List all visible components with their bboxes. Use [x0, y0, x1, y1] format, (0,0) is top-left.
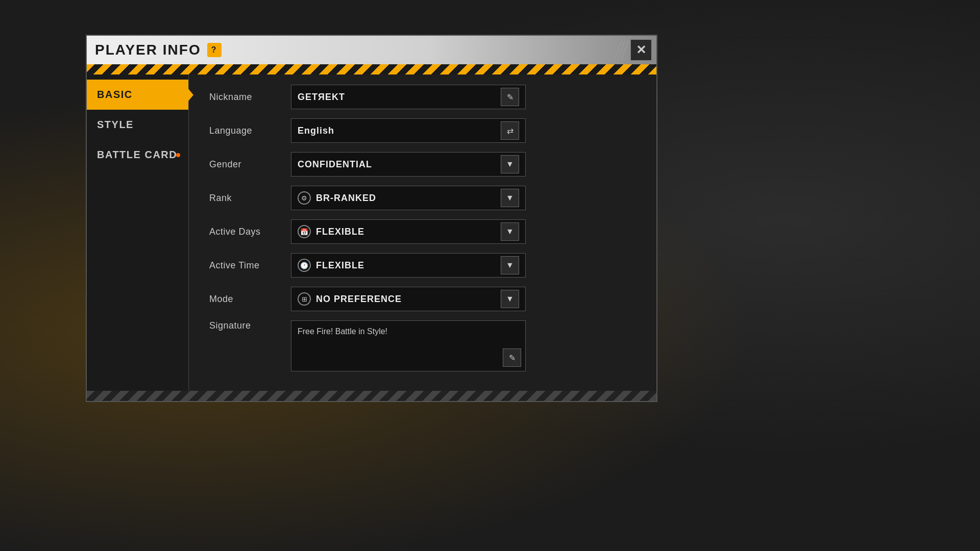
signature-edit-button[interactable]: ✎: [503, 348, 521, 367]
modal-title: PLAYER INFO: [95, 42, 201, 58]
active-time-dropdown[interactable]: 🕐 FLEXIBLE ▼: [291, 253, 526, 278]
language-value: English: [298, 126, 334, 136]
gender-dropdown-arrow: ▼: [501, 155, 519, 173]
language-row: Language English ⇄: [209, 118, 636, 143]
nickname-label: Nickname: [209, 92, 291, 103]
nickname-control: GETЯEKT ✎: [291, 85, 526, 109]
rank-icon: ⚙: [298, 191, 311, 205]
active-time-icon: 🕐: [298, 259, 311, 272]
language-swap-button[interactable]: ⇄: [501, 121, 519, 140]
mode-dropdown[interactable]: ⊞ NO PREFERENCE ▼: [291, 287, 526, 311]
modal-title-group: PLAYER INFO ?: [95, 42, 222, 58]
header-decoration: [617, 36, 626, 64]
mode-row: Mode ⊞ NO PREFERENCE ▼: [209, 287, 636, 311]
close-button[interactable]: ✕: [630, 39, 652, 61]
active-time-label: Active Time: [209, 260, 291, 271]
sidebar: BASIC STYLE BATTLE CARD: [87, 74, 189, 391]
nickname-edit-button[interactable]: ✎: [501, 88, 519, 106]
rank-control: ⚙ BR-RANKED ▼: [291, 186, 526, 210]
active-days-dropdown[interactable]: 📅 FLEXIBLE ▼: [291, 219, 526, 244]
language-input-box: English ⇄: [291, 118, 526, 143]
help-icon[interactable]: ?: [207, 43, 222, 57]
mode-value: NO PREFERENCE: [316, 294, 402, 305]
active-time-control: 🕐 FLEXIBLE ▼: [291, 253, 526, 278]
nickname-input-box: GETЯEKT ✎: [291, 85, 526, 109]
signature-control: Free Fire! Battle in Style! ✎: [291, 320, 526, 371]
rank-dropdown-arrow: ▼: [501, 189, 519, 207]
nickname-value: GETЯEKT: [298, 92, 345, 103]
active-days-dropdown-arrow: ▼: [501, 222, 519, 241]
rank-row: Rank ⚙ BR-RANKED ▼: [209, 186, 636, 210]
gender-value: CONFIDENTIAL: [298, 159, 372, 170]
notification-dot: [176, 153, 180, 157]
active-days-icon: 📅: [298, 225, 311, 238]
rank-dropdown[interactable]: ⚙ BR-RANKED ▼: [291, 186, 526, 210]
mode-dropdown-arrow: ▼: [501, 290, 519, 308]
mode-control: ⊞ NO PREFERENCE ▼: [291, 287, 526, 311]
language-control: English ⇄: [291, 118, 526, 143]
stripe-border-top: [87, 64, 656, 74]
nickname-row: Nickname GETЯEKT ✎: [209, 85, 636, 109]
signature-row: Signature Free Fire! Battle in Style! ✎: [209, 320, 636, 371]
rank-dropdown-left: ⚙ BR-RANKED: [298, 191, 376, 205]
active-time-row: Active Time 🕐 FLEXIBLE ▼: [209, 253, 636, 278]
stripe-border-bottom: [87, 391, 656, 401]
active-days-row: Active Days 📅 FLEXIBLE ▼: [209, 219, 636, 244]
signature-label: Signature: [209, 320, 291, 331]
gender-dropdown-left: CONFIDENTIAL: [298, 159, 372, 170]
modal-body: BASIC STYLE BATTLE CARD Nickname GETЯEKT…: [87, 74, 656, 391]
active-days-value: FLEXIBLE: [316, 227, 364, 237]
rank-label: Rank: [209, 193, 291, 204]
active-days-control: 📅 FLEXIBLE ▼: [291, 219, 526, 244]
gender-label: Gender: [209, 159, 291, 170]
signature-box: Free Fire! Battle in Style! ✎: [291, 320, 526, 371]
active-time-dropdown-arrow: ▼: [501, 256, 519, 274]
mode-icon: ⊞: [298, 292, 311, 306]
active-days-label: Active Days: [209, 227, 291, 237]
gender-row: Gender CONFIDENTIAL ▼: [209, 152, 636, 177]
player-info-modal: PLAYER INFO ? ✕ BASIC STYLE BATTLE CARD: [86, 35, 657, 402]
sidebar-item-basic[interactable]: BASIC: [87, 80, 188, 110]
mode-dropdown-left: ⊞ NO PREFERENCE: [298, 292, 402, 306]
active-time-value: FLEXIBLE: [316, 260, 364, 271]
signature-value: Free Fire! Battle in Style!: [298, 327, 387, 336]
active-time-dropdown-left: 🕐 FLEXIBLE: [298, 259, 364, 272]
modal-header: PLAYER INFO ? ✕: [87, 36, 656, 64]
sidebar-item-style[interactable]: STYLE: [87, 110, 188, 140]
language-label: Language: [209, 126, 291, 136]
mode-label: Mode: [209, 294, 291, 305]
gender-dropdown[interactable]: CONFIDENTIAL ▼: [291, 152, 526, 177]
active-days-dropdown-left: 📅 FLEXIBLE: [298, 225, 364, 238]
sidebar-item-battle-card[interactable]: BATTLE CARD: [87, 140, 188, 170]
main-content: Nickname GETЯEKT ✎ Language English: [189, 74, 656, 391]
gender-control: CONFIDENTIAL ▼: [291, 152, 526, 177]
rank-value: BR-RANKED: [316, 193, 376, 204]
